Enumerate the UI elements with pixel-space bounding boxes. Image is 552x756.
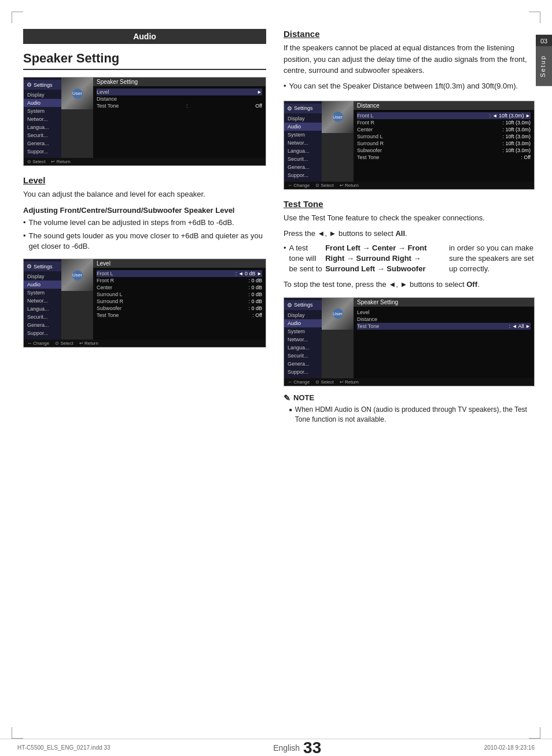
- tv-main-panel-3: User Distance Front L : ◄ 10ft (3.0m) ►: [322, 101, 534, 182]
- tv-footer-1: ⊙ Select ↩ Return: [24, 158, 266, 165]
- tv-sidebar-audio-1[interactable]: Audio: [24, 99, 61, 107]
- tv-sidebar-title-2: ⚙ Settings: [24, 261, 61, 271]
- distance-bullet: You can set the Speaker Distance between…: [284, 81, 535, 91]
- tv-thumbnail-3: User: [322, 101, 354, 133]
- tv-sidebar-title-text-3: Settings: [294, 105, 313, 111]
- tv-sidebar-security-3[interactable]: Securit...: [284, 155, 322, 163]
- tv-sidebar-general-2[interactable]: Genera...: [24, 321, 61, 329]
- tv-main-panel-1: User Speaker Setting Level ►: [61, 78, 266, 158]
- tv-sidebar-language-3[interactable]: Langua...: [284, 147, 322, 155]
- tv-sidebar-audio-2[interactable]: Audio: [24, 281, 61, 289]
- tv-row-d-frontl: Front L : ◄ 10ft (3.0m) ►: [357, 112, 531, 119]
- tv-content-3: Front L : ◄ 10ft (3.0m) ► Front R : 10ft…: [354, 110, 534, 182]
- tv-sidebar-display-4[interactable]: Display: [284, 311, 322, 319]
- tv-row-d-testtone: Test Tone : Off: [357, 154, 531, 161]
- corner-mark-tl: [12, 12, 23, 23]
- tv-thumbnail-4: User: [322, 298, 354, 330]
- page-footer: HT-C5500_ELS_ENG_0217.indd 33 English 33…: [0, 739, 552, 756]
- tv-content-2: Front L : ◄ 0 dB ► Front R : 0 dB Center: [93, 268, 266, 340]
- chapter-label: Setup: [536, 46, 552, 86]
- footer-right: 2010-02-18 9:23:16: [484, 744, 535, 751]
- tv-sidebar-audio-4[interactable]: Audio: [284, 319, 322, 327]
- tv-row-tt-distance: Distance: [357, 316, 531, 323]
- tv-panel-title-1: Speaker Setting: [97, 79, 138, 85]
- level-heading: Level: [23, 175, 266, 185]
- tv-content-4: Level Distance Test Tone : ◄ All ►: [354, 307, 534, 378]
- distance-heading: Distance: [284, 29, 535, 39]
- level-bullet-1: The volume level can be adjusted in step…: [23, 217, 266, 228]
- tv-sidebar-security-1[interactable]: Securit...: [24, 131, 61, 139]
- distance-body: If the speakers cannot be placed at equa…: [284, 42, 535, 76]
- note-title: ✎ NOTE: [284, 393, 535, 403]
- tv-sidebar-2: ⚙ Settings Display Audio System Networ..…: [24, 259, 61, 340]
- footer-left: HT-C5500_ELS_ENG_0217.indd 33: [17, 744, 111, 751]
- tv-sidebar-language-1[interactable]: Langua...: [24, 123, 61, 131]
- test-tone-body: Use the Test Tone feature to check the s…: [284, 212, 535, 224]
- tv-sidebar-general-4[interactable]: Genera...: [284, 360, 322, 368]
- tv-sidebar-network-2[interactable]: Networ...: [24, 297, 61, 305]
- page: 03 Setup Audio Speaker Setting ⚙ Setting…: [0, 0, 552, 756]
- user-badge-3: User: [333, 112, 343, 122]
- tv-footer-return-3: ↩ Return: [340, 183, 359, 188]
- tv-thumbnail-2: User: [61, 259, 93, 291]
- tv-sidebar-display-2[interactable]: Display: [24, 272, 61, 281]
- tv-sidebar-security-4[interactable]: Securit...: [284, 352, 322, 360]
- tv-content-1: Level ► Distance Test Tone :: [93, 86, 266, 158]
- tv-row-d-subwoofer: Subwoofer : 10ft (3.0m): [357, 147, 531, 154]
- tv-footer-change-4: ↔ Change: [288, 379, 310, 385]
- tv-sidebar-audio-3[interactable]: Audio: [284, 123, 322, 131]
- right-column: Distance If the speakers cannot be place…: [278, 29, 535, 424]
- test-tone-heading: Test Tone: [284, 199, 535, 209]
- tv-row-surroundr: Surround R : 0 dB: [97, 298, 262, 305]
- tv-sidebar-support-1[interactable]: Suppor...: [24, 147, 61, 156]
- tv-sidebar-display-3[interactable]: Display: [284, 115, 322, 123]
- tv-sidebar-system-2[interactable]: System: [24, 289, 61, 297]
- tv-row-surroundl: Surround L : 0 dB: [97, 291, 262, 298]
- tv-row-testtone-val: Off: [255, 103, 262, 109]
- tv-sidebar-display-1[interactable]: Display: [24, 91, 61, 99]
- note-label: NOTE: [293, 393, 314, 402]
- tv-row-d-surroundr: Surround R : 10ft (3.0m): [357, 140, 531, 147]
- tv-footer-select-2: ⊙ Select: [55, 341, 73, 346]
- level-body: You can adjust the balance and level for…: [23, 189, 266, 200]
- tv-sidebar-general-1[interactable]: Genera...: [24, 139, 61, 147]
- tv-panel-header-4: Speaker Setting: [354, 298, 534, 307]
- user-badge-4: User: [333, 308, 343, 319]
- tv-sidebar-system-1[interactable]: System: [24, 107, 61, 115]
- tv-ui-level-detail: ⚙ Settings Display Audio System Networ..…: [23, 259, 266, 348]
- tv-sidebar-security-2[interactable]: Securit...: [24, 313, 61, 321]
- tv-sidebar-network-3[interactable]: Networ...: [284, 139, 322, 147]
- tv-sidebar-system-4[interactable]: System: [284, 327, 322, 335]
- tv-footer-return-4: ↩ Return: [340, 379, 359, 385]
- tv-row-subwoofer: Subwoofer : 0 dB: [97, 305, 262, 312]
- tv-sidebar-language-4[interactable]: Langua...: [284, 344, 322, 352]
- tv-footer-2: ↔ Change ⊙ Select ↩ Return: [24, 340, 266, 347]
- tv-sidebar-support-4[interactable]: Suppor...: [284, 368, 322, 376]
- tv-row-frontr: Front R : 0 dB: [97, 277, 262, 284]
- tv-sidebar-title-text-2: Settings: [34, 264, 53, 270]
- tv-sidebar-network-4[interactable]: Networ...: [284, 335, 322, 344]
- user-badge-1: User: [72, 88, 83, 99]
- tv-sidebar-network-1[interactable]: Networ...: [24, 115, 61, 123]
- tv-row-tt-level: Level: [357, 309, 531, 316]
- tv-row-distance: Distance: [97, 95, 262, 102]
- tv-main-panel-4: User Speaker Setting Level: [322, 298, 534, 378]
- page-number-box: English 33: [273, 740, 321, 756]
- tv-row-testtone-key: Test Tone: [97, 103, 119, 109]
- tv-row-d-frontr: Front R : 10ft (3.0m): [357, 119, 531, 126]
- tv-ui-test-tone: ⚙ Settings Display Audio System Networ..…: [284, 297, 535, 386]
- tv-sidebar-support-2[interactable]: Suppor...: [24, 329, 61, 337]
- tv-footer-select-3: ⊙ Select: [315, 183, 333, 188]
- tv-row-distance-key: Distance: [97, 96, 117, 102]
- gear-icon-3: ⚙: [287, 105, 292, 112]
- tv-sidebar-system-3[interactable]: System: [284, 131, 322, 139]
- tv-sidebar-general-3[interactable]: Genera...: [284, 163, 322, 171]
- tv-sidebar-title-1: ⚙ Settings: [24, 80, 61, 90]
- tv-footer-return-1: ↩ Return: [51, 159, 70, 164]
- tv-sidebar-support-3[interactable]: Suppor...: [284, 171, 322, 179]
- tv-row-tt-testtone: Test Tone : ◄ All ►: [357, 323, 531, 330]
- tv-sidebar-title-text-4: Settings: [294, 302, 313, 308]
- tv-panel-title-4: Speaker Setting: [357, 299, 398, 305]
- tv-row-testtone-2: Test Tone : Off: [97, 312, 262, 319]
- tv-sidebar-language-2[interactable]: Langua...: [24, 305, 61, 313]
